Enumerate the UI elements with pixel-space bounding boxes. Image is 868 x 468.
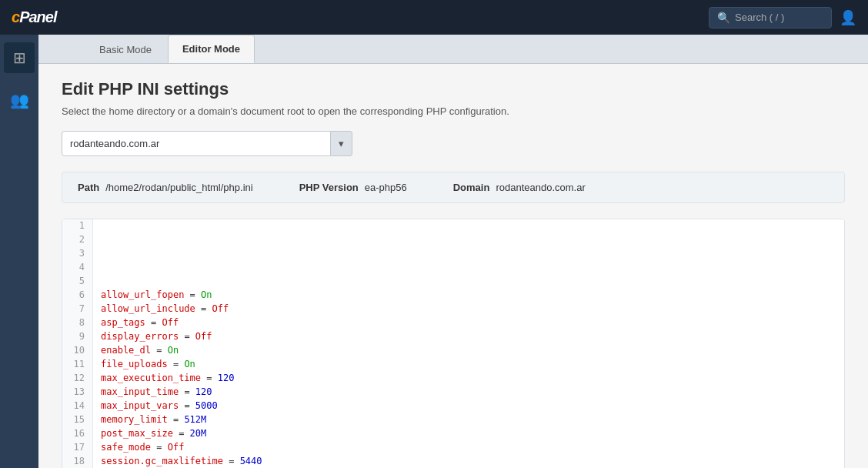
search-placeholder-text: Search ( / ) — [735, 12, 784, 23]
table-row: 9display_errors = Off — [62, 330, 844, 344]
line-code: max_execution_time = 120 — [93, 372, 242, 386]
navbar-right: 🔍 Search ( / ) 👤 — [709, 7, 856, 28]
table-row: 16post_max_size = 20M — [62, 427, 844, 441]
table-row: 2 — [62, 233, 844, 247]
domain-select[interactable]: rodanteando.com.ar — [62, 131, 331, 156]
line-number: 18 — [62, 455, 93, 468]
table-row: 13max_input_time = 120 — [62, 386, 844, 399]
table-row: 18session.gc_maxlifetime = 5440 — [62, 455, 844, 468]
table-row: 12max_execution_time = 120 — [62, 372, 844, 386]
info-php-version: PHP Version ea-php56 — [299, 182, 407, 193]
info-domain: Domain rodanteando.com.ar — [453, 182, 586, 193]
tab-basic-mode[interactable]: Basic Mode — [85, 35, 166, 63]
domain-select-wrapper: rodanteando.com.ar ▾ — [62, 131, 845, 156]
sidebar-item-users[interactable]: 👥 — [4, 85, 35, 115]
line-code: max_input_time = 120 — [93, 386, 220, 399]
table-row: 17safe_mode = Off — [62, 441, 844, 455]
line-code: display_errors = Off — [93, 330, 220, 344]
line-number: 2 — [62, 233, 93, 247]
line-number: 13 — [62, 386, 93, 399]
table-row: 10enable_dl = On — [62, 344, 844, 358]
cpanel-logo: cPanel — [12, 8, 56, 26]
table-row: 7allow_url_include = Off — [62, 303, 844, 316]
table-row: 3 — [62, 247, 844, 261]
line-code: max_input_vars = 5000 — [93, 399, 225, 413]
line-number: 14 — [62, 399, 93, 413]
table-row: 4 — [62, 261, 844, 275]
domain-label: Domain — [453, 182, 490, 193]
line-number: 4 — [62, 261, 93, 275]
sidebar: ⊞ 👥 — [0, 35, 38, 468]
page-subtitle: Select the home directory or a domain's … — [62, 105, 845, 117]
domain-value: rodanteando.com.ar — [496, 182, 585, 193]
line-number: 15 — [62, 413, 93, 427]
path-value: /home2/rodan/public_html/php.ini — [105, 182, 253, 193]
logo-c: c — [12, 8, 19, 25]
line-code — [93, 219, 108, 233]
line-number: 12 — [62, 372, 93, 386]
line-code: post_max_size = 20M — [93, 427, 214, 441]
line-number: 17 — [62, 441, 93, 455]
table-row: 14max_input_vars = 5000 — [62, 399, 844, 413]
search-box[interactable]: 🔍 Search ( / ) — [709, 7, 832, 28]
tabs-bar: Basic Mode Editor Mode — [38, 35, 868, 64]
line-code — [93, 247, 108, 261]
page-title: Edit PHP INI settings — [62, 79, 845, 99]
line-code: session.gc_maxlifetime = 5440 — [93, 455, 270, 468]
main-content: Basic Mode Editor Mode Edit PHP INI sett… — [38, 35, 868, 468]
logo-panel: Panel — [19, 8, 56, 25]
page-body: Edit PHP INI settings Select the home di… — [38, 64, 868, 468]
navbar-left: cPanel — [12, 8, 56, 26]
tab-editor-mode[interactable]: Editor Mode — [168, 35, 255, 63]
line-number: 8 — [62, 316, 93, 330]
sidebar-item-grid[interactable]: ⊞ — [4, 42, 35, 73]
line-number: 5 — [62, 275, 93, 289]
line-code: allow_url_include = Off — [93, 303, 236, 316]
line-number: 11 — [62, 358, 93, 372]
table-row: 5 — [62, 275, 844, 289]
domain-select-dropdown-btn[interactable]: ▾ — [331, 131, 352, 156]
line-code: allow_url_fopen = On — [93, 289, 220, 303]
table-row: 1 — [62, 219, 844, 233]
line-number: 9 — [62, 330, 93, 344]
line-code: asp_tags = Off — [93, 316, 186, 330]
line-number: 7 — [62, 303, 93, 316]
table-row: 15memory_limit = 512M — [62, 413, 844, 427]
line-number: 10 — [62, 344, 93, 358]
line-number: 1 — [62, 219, 93, 233]
info-bar: Path /home2/rodan/public_html/php.ini PH… — [62, 172, 845, 203]
navbar: cPanel 🔍 Search ( / ) 👤 — [0, 0, 868, 35]
php-version-label: PHP Version — [299, 182, 359, 193]
line-code — [93, 261, 108, 275]
table-row: 11file_uploads = On — [62, 358, 844, 372]
line-number: 16 — [62, 427, 93, 441]
user-icon[interactable]: 👤 — [840, 9, 856, 26]
code-editor[interactable]: 123456allow_url_fopen = On7allow_url_inc… — [62, 219, 845, 468]
line-code: safe_mode = Off — [93, 441, 192, 455]
line-number: 3 — [62, 247, 93, 261]
line-code: memory_limit = 512M — [93, 413, 214, 427]
line-number: 6 — [62, 289, 93, 303]
search-icon: 🔍 — [717, 12, 730, 24]
php-version-value: ea-php56 — [365, 182, 407, 193]
line-code — [93, 233, 108, 247]
line-code: enable_dl = On — [93, 344, 186, 358]
path-label: Path — [78, 182, 99, 193]
table-row: 6allow_url_fopen = On — [62, 289, 844, 303]
table-row: 8asp_tags = Off — [62, 316, 844, 330]
layout: ⊞ 👥 Basic Mode Editor Mode Edit PHP INI … — [0, 35, 868, 468]
line-code: file_uploads = On — [93, 358, 203, 372]
info-path: Path /home2/rodan/public_html/php.ini — [78, 182, 253, 193]
line-code — [93, 275, 108, 289]
